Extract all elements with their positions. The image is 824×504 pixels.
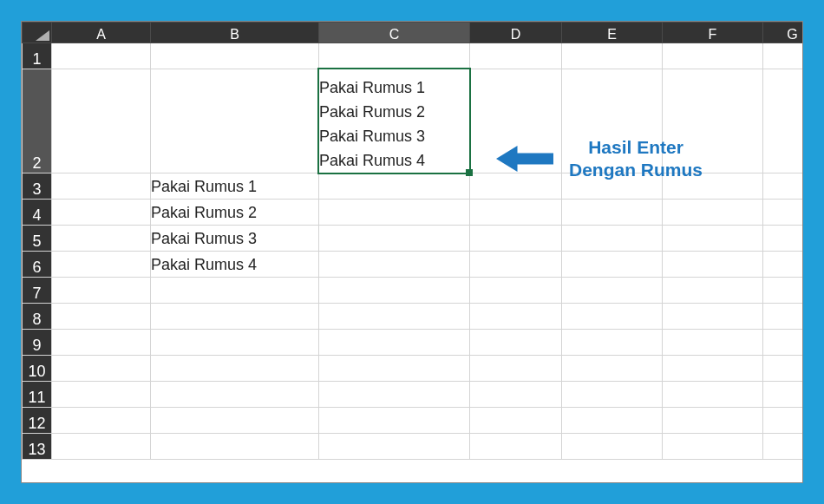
cell-F4[interactable] [663,200,763,226]
cell-A6[interactable] [52,252,151,278]
cell-B1[interactable] [151,43,319,69]
cell-A11[interactable] [52,382,151,408]
cell-G11[interactable] [763,382,804,408]
cell-A3[interactable] [52,173,151,200]
cell-G3[interactable] [763,173,804,200]
cell-F13[interactable] [663,434,763,460]
cell-D9[interactable] [470,330,562,356]
cell-A9[interactable] [52,330,151,356]
cell-C5[interactable] [319,226,470,252]
cell-C8[interactable] [319,304,470,330]
cell-B8[interactable] [151,304,319,330]
cell-E8[interactable] [562,304,663,330]
row-header-12[interactable]: 12 [23,408,52,434]
cell-E10[interactable] [562,356,663,382]
row-header-10[interactable]: 10 [23,356,52,382]
cell-B2[interactable] [151,69,319,173]
cell-E7[interactable] [562,278,663,304]
cell-E12[interactable] [562,408,663,434]
cell-A1[interactable] [52,43,151,69]
cell-E11[interactable] [562,382,663,408]
cell-C2[interactable]: Pakai Rumus 1 Pakai Rumus 2 Pakai Rumus … [319,69,470,173]
cell-C11[interactable] [319,382,470,408]
cell-F10[interactable] [663,356,763,382]
cell-F2[interactable] [663,69,763,173]
cell-D8[interactable] [470,304,562,330]
cell-A5[interactable] [52,226,151,252]
cell-G10[interactable] [763,356,804,382]
row-header-11[interactable]: 11 [23,382,52,408]
col-header-B[interactable]: B [151,23,319,43]
cell-C6[interactable] [319,252,470,278]
cell-G4[interactable] [763,200,804,226]
cell-C3[interactable] [319,173,470,200]
col-header-G[interactable]: G [763,23,804,43]
cell-D7[interactable] [470,278,562,304]
cell-C10[interactable] [319,356,470,382]
cell-C4[interactable] [319,200,470,226]
cell-E9[interactable] [562,330,663,356]
cell-A4[interactable] [52,200,151,226]
cell-C1[interactable] [319,43,470,69]
cell-F11[interactable] [663,382,763,408]
cell-G6[interactable] [763,252,804,278]
cell-F9[interactable] [663,330,763,356]
cell-D5[interactable] [470,226,562,252]
select-all-corner[interactable] [23,23,52,43]
cell-C7[interactable] [319,278,470,304]
cell-E2[interactable] [562,69,663,173]
cell-G13[interactable] [763,434,804,460]
cell-F1[interactable] [663,43,763,69]
row-header-7[interactable]: 7 [23,278,52,304]
cell-D2[interactable] [470,69,562,173]
row-header-5[interactable]: 5 [23,226,52,252]
cell-B4[interactable]: Pakai Rumus 2 [151,200,319,226]
row-header-13[interactable]: 13 [23,434,52,460]
cell-A8[interactable] [52,304,151,330]
cell-B5[interactable]: Pakai Rumus 3 [151,226,319,252]
cell-G5[interactable] [763,226,804,252]
col-header-C[interactable]: C [319,23,470,43]
cell-B9[interactable] [151,330,319,356]
cell-G8[interactable] [763,304,804,330]
cell-D11[interactable] [470,382,562,408]
cell-F7[interactable] [663,278,763,304]
cell-B13[interactable] [151,434,319,460]
cell-B11[interactable] [151,382,319,408]
cell-G7[interactable] [763,278,804,304]
col-header-D[interactable]: D [470,23,562,43]
cell-B6[interactable]: Pakai Rumus 4 [151,252,319,278]
cell-F6[interactable] [663,252,763,278]
row-header-8[interactable]: 8 [23,304,52,330]
cell-B3[interactable]: Pakai Rumus 1 [151,173,319,200]
cell-D3[interactable] [470,173,562,200]
cell-D4[interactable] [470,200,562,226]
cell-G1[interactable] [763,43,804,69]
cell-D12[interactable] [470,408,562,434]
row-header-1[interactable]: 1 [23,43,52,69]
spreadsheet[interactable]: A B C D E F G 1 2 Pakai Rumus 1 Pakai Ru… [21,21,803,483]
cell-B10[interactable] [151,356,319,382]
cell-G12[interactable] [763,408,804,434]
cell-B7[interactable] [151,278,319,304]
cell-F3[interactable] [663,173,763,200]
cell-E13[interactable] [562,434,663,460]
cell-C13[interactable] [319,434,470,460]
cell-A12[interactable] [52,408,151,434]
cell-D1[interactable] [470,43,562,69]
cell-A7[interactable] [52,278,151,304]
cell-F12[interactable] [663,408,763,434]
cell-G9[interactable] [763,330,804,356]
cell-F5[interactable] [663,226,763,252]
cell-E6[interactable] [562,252,663,278]
cell-A2[interactable] [52,69,151,173]
col-header-A[interactable]: A [52,23,151,43]
row-header-6[interactable]: 6 [23,252,52,278]
cell-D13[interactable] [470,434,562,460]
cell-B12[interactable] [151,408,319,434]
cell-G2[interactable] [763,69,804,173]
cell-A13[interactable] [52,434,151,460]
row-header-2[interactable]: 2 [23,69,52,173]
cell-E1[interactable] [562,43,663,69]
cell-A10[interactable] [52,356,151,382]
